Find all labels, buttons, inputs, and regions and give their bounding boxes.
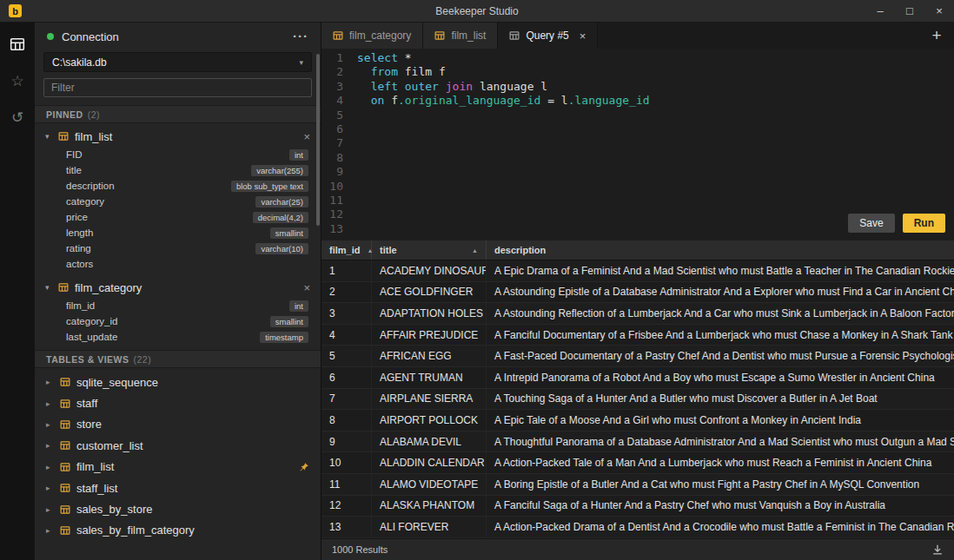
chevron-down-icon[interactable]: ▾ xyxy=(45,132,58,141)
chevron-right-icon[interactable]: ▸ xyxy=(46,484,60,492)
line-number: 8 xyxy=(321,151,343,165)
activity-rail: ☆ ↺ xyxy=(0,23,35,560)
unpin-close-icon[interactable]: × xyxy=(303,130,310,143)
table-list-item-sales-by-store[interactable]: ▸sales_by_store xyxy=(35,498,321,519)
table-icon xyxy=(60,419,70,430)
tab-film-category[interactable]: film_category xyxy=(321,23,423,49)
column-type-badge: varchar(25) xyxy=(255,196,308,208)
table-row[interactable]: 4AFFAIR PREJUDICEA Fanciful Documentary … xyxy=(321,325,954,346)
table-row[interactable]: 7AIRPLANE SIERRAA Touching Saga of a Hun… xyxy=(321,389,954,411)
column-list: film_idintcategory_idsmallintlast_update… xyxy=(35,298,321,345)
code-token: * xyxy=(398,51,412,64)
connection-menu-icon[interactable]: ··· xyxy=(293,32,308,41)
table-row[interactable]: 1ACADEMY DINOSAURA Epic Drama of a Femin… xyxy=(321,260,954,282)
tab-query-5[interactable]: Query #5× xyxy=(498,23,598,49)
tab-film-list[interactable]: film_list xyxy=(423,23,498,49)
code-token: film f xyxy=(398,65,446,78)
code-token: .original_language_id xyxy=(398,94,540,107)
close-tab-icon[interactable]: × xyxy=(580,30,586,43)
code-token xyxy=(357,94,371,107)
chevron-right-icon[interactable]: ▸ xyxy=(46,441,60,450)
table-list-item-film-list[interactable]: ▸film_list xyxy=(35,457,321,478)
column-header-label: description xyxy=(494,245,546,255)
minimize-icon[interactable]: – xyxy=(865,0,895,22)
pinned-section-header[interactable]: PINNED (2) xyxy=(35,105,321,123)
close-window-icon[interactable]: × xyxy=(924,0,954,22)
chevron-right-icon[interactable]: ▸ xyxy=(46,505,60,514)
table-list-item-staff[interactable]: ▸staff xyxy=(35,392,321,413)
chevron-right-icon[interactable]: ▸ xyxy=(46,420,60,429)
cell-film-id: 11 xyxy=(321,474,372,495)
code-token xyxy=(357,109,364,122)
column-header-film-id[interactable]: film_id ▲ xyxy=(321,240,372,260)
sort-asc-icon[interactable]: ▲ xyxy=(465,247,478,254)
column-header-title[interactable]: title ▲ xyxy=(372,240,487,260)
chevron-down-icon[interactable]: ▾ xyxy=(45,283,58,292)
table-name: customer_list xyxy=(76,439,143,452)
table-list-item-sqlite-sequence[interactable]: ▸sqlite_sequence xyxy=(35,372,321,392)
cell-description: A Fanciful Documentary of a Frisbee And … xyxy=(487,325,954,346)
column-header-description[interactable]: description xyxy=(487,240,954,260)
table-row[interactable]: 12ALASKA PHANTOMA Fanciful Saga of a Hun… xyxy=(321,496,954,517)
table-list-item-customer-list[interactable]: ▸customer_list xyxy=(35,435,321,456)
table-row[interactable]: 9ALABAMA DEVILA Thoughtful Panorama of a… xyxy=(321,432,954,453)
column-name: film_id xyxy=(66,300,95,311)
pinned-table-film-category[interactable]: ▾film_category× xyxy=(35,277,321,298)
pinned-section-count: (2) xyxy=(88,109,100,120)
chevron-right-icon[interactable]: ▸ xyxy=(46,399,60,408)
table-list-item-staff-list[interactable]: ▸staff_list xyxy=(35,478,321,498)
new-tab-button[interactable]: + xyxy=(919,23,954,49)
table-row[interactable]: 13ALI FOREVERA Action-Packed Drama of a … xyxy=(321,517,954,538)
pinned-table-film-list[interactable]: ▾film_list× xyxy=(35,126,321,147)
sidebar: Connection ··· C:\sakila.db ▾ PINNED (2)… xyxy=(35,23,321,560)
table-list-item-sales-by-film-category[interactable]: ▸sales_by_film_category xyxy=(35,520,321,541)
column-name: length xyxy=(66,227,93,238)
code-token: .language_id xyxy=(568,94,650,107)
filter-input[interactable] xyxy=(43,78,312,97)
code-token: f xyxy=(384,94,398,107)
history-icon[interactable]: ↺ xyxy=(8,108,27,127)
cell-film-id: 7 xyxy=(321,389,372,410)
table-row[interactable]: 6AGENT TRUMANA Intrepid Panorama of a Ro… xyxy=(321,367,954,389)
table-list-item-store[interactable]: ▸store xyxy=(35,414,321,435)
sql-editor[interactable]: 12345678910111213 select * from film f l… xyxy=(321,49,954,240)
download-results-icon[interactable] xyxy=(931,544,944,556)
run-button[interactable]: Run xyxy=(903,214,945,233)
cell-title: AIRPORT POLLOCK xyxy=(372,410,487,431)
chevron-right-icon[interactable]: ▸ xyxy=(46,378,60,386)
code-token xyxy=(357,65,371,78)
table-row[interactable]: 2ACE GOLDFINGERA Astounding Epistle of a… xyxy=(321,282,954,304)
table-row[interactable]: 8AIRPORT POLLOCKA Epic Tale of a Moose A… xyxy=(321,410,954,432)
line-number: 3 xyxy=(321,80,343,94)
table-row[interactable]: 10ALADDIN CALENDARA Action-Packed Tale o… xyxy=(321,452,954,474)
column-type-badge: smallint xyxy=(270,227,308,239)
table-row[interactable]: 3ADAPTATION HOLESA Astounding Reflection… xyxy=(321,303,954,325)
chevron-right-icon[interactable]: ▸ xyxy=(46,463,60,471)
column-name: title xyxy=(66,165,82,175)
editor-code[interactable]: select * from film f left outer join lan… xyxy=(349,51,954,240)
pinned-section-label: PINNED xyxy=(46,109,83,120)
table-icon xyxy=(58,131,69,142)
table-name: sales_by_store xyxy=(76,503,152,516)
favorites-star-icon[interactable]: ☆ xyxy=(8,71,27,90)
column-list: FIDinttitlevarchar(255)descriptionblob s… xyxy=(35,147,321,272)
table-row[interactable]: 11ALAMO VIDEOTAPEA Boring Epistle of a B… xyxy=(321,474,954,496)
cell-title: ALADDIN CALENDAR xyxy=(372,452,487,473)
column-row: lengthsmallint xyxy=(35,225,321,240)
save-button[interactable]: Save xyxy=(848,214,894,233)
tables-section-header[interactable]: TABLES & VIEWS (22) xyxy=(35,350,321,368)
tables-rail-icon[interactable] xyxy=(8,35,27,54)
column-header-label: title xyxy=(380,245,397,255)
sidebar-scrollbar[interactable] xyxy=(316,54,320,226)
chevron-right-icon[interactable]: ▸ xyxy=(46,526,60,535)
connection-status-dot xyxy=(47,33,54,40)
unpin-close-icon[interactable]: × xyxy=(303,281,310,294)
results-table: 1ACADEMY DINOSAURA Epic Drama of a Femin… xyxy=(321,260,954,538)
maximize-icon[interactable]: □ xyxy=(895,0,924,22)
table-row[interactable]: 5AFRICAN EGGA Fast-Paced Documentary of … xyxy=(321,346,954,367)
pin-icon[interactable] xyxy=(299,462,309,472)
database-select[interactable]: C:\sakila.db ▾ xyxy=(43,52,312,72)
tables-section-label: TABLES & VIEWS xyxy=(46,354,129,365)
connection-header: Connection ··· xyxy=(35,23,321,50)
cell-title: ALAMO VIDEOTAPE xyxy=(372,474,487,495)
